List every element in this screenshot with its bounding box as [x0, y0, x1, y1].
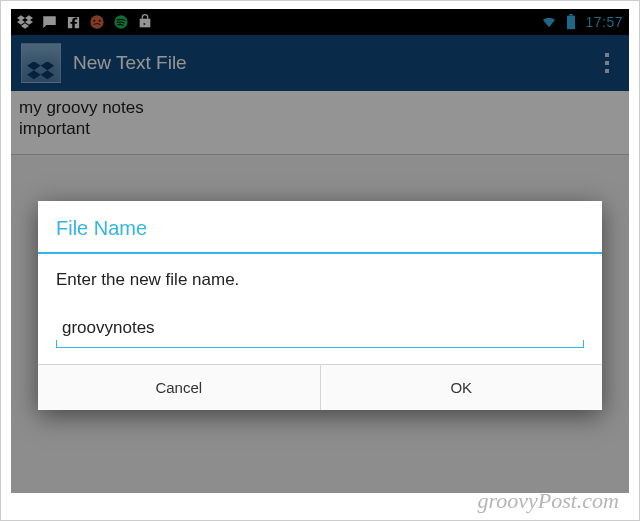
dialog-title: File Name — [38, 201, 602, 254]
dialog-button-bar: Cancel OK — [38, 364, 602, 410]
ok-button[interactable]: OK — [320, 365, 603, 410]
dialog-message: Enter the new file name. — [56, 270, 584, 290]
filename-dialog: File Name Enter the new file name. Cance… — [38, 201, 602, 410]
filename-input-wrap — [56, 314, 584, 348]
cancel-button[interactable]: Cancel — [38, 365, 320, 410]
dialog-body: Enter the new file name. — [38, 254, 602, 364]
input-underline — [56, 347, 584, 348]
device-frame: 17:57 New Text File my groovy notes impo… — [11, 9, 629, 493]
filename-input[interactable] — [56, 314, 584, 344]
